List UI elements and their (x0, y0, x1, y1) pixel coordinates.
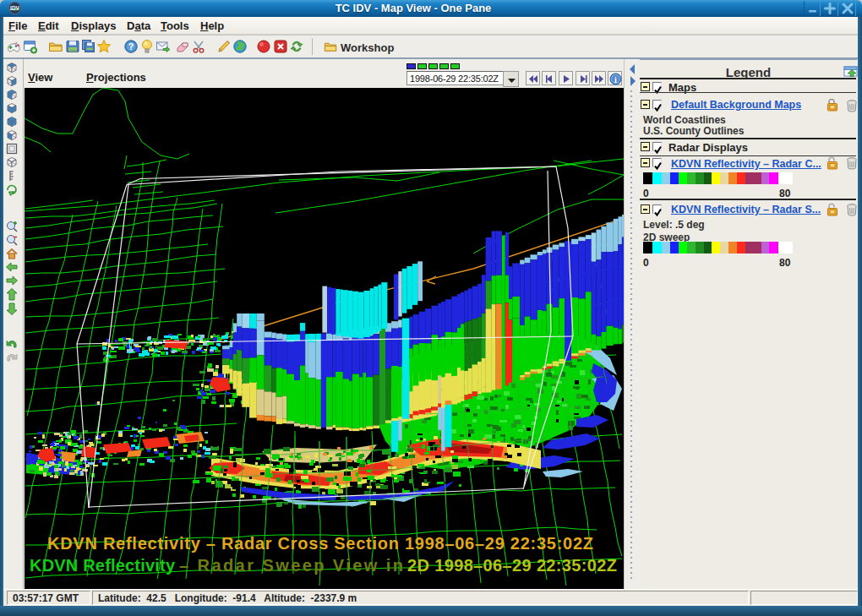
svg-text:KDVN Reflectivity – Radar Cros: KDVN Reflectivity – Radar Cross Section … (47, 534, 593, 553)
svg-text:KDVN Reflectivity: KDVN Reflectivity (30, 556, 176, 575)
svg-text:i: i (614, 75, 617, 84)
svg-text:?: ? (128, 41, 134, 52)
svg-text:2D 1998–06–29 22:35:02Z: 2D 1998–06–29 22:35:02Z (407, 556, 617, 575)
svg-text:– Radar Sweep View in: – Radar Sweep View in (179, 556, 403, 575)
svg-text:IDV: IDV (10, 5, 20, 11)
